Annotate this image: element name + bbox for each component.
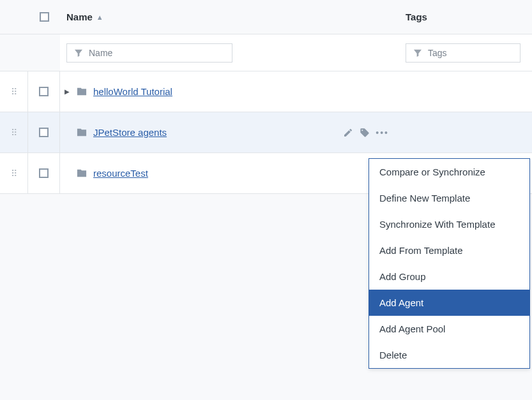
menu-item-define-template[interactable]: Define New Template [369, 185, 529, 211]
drag-handle-icon[interactable] [11, 168, 17, 179]
menu-item-add-agent[interactable]: Add Agent [369, 290, 529, 316]
drag-handle-icon[interactable] [11, 127, 17, 138]
sort-asc-icon: ▲ [96, 13, 103, 21]
menu-item-add-group[interactable]: Add Group [369, 263, 529, 290]
tags-filter-placeholder: Tags [428, 48, 447, 58]
filter-row: Name Tags [0, 34, 532, 71]
folder-icon [75, 86, 88, 97]
row-checkbox[interactable] [39, 168, 49, 178]
select-all-checkbox[interactable] [40, 12, 49, 22]
folder-icon [75, 168, 88, 179]
name-column-label: Name [66, 11, 93, 22]
menu-item-sync-template[interactable]: Synchronize With Template [369, 211, 529, 237]
drag-handle-icon[interactable] [11, 86, 17, 98]
table-row: JPetStore agents ••• [0, 112, 532, 153]
menu-item-add-from-template[interactable]: Add From Template [369, 237, 529, 263]
tags-column-header[interactable]: Tags [406, 11, 532, 22]
menu-item-delete[interactable]: Delete [369, 342, 529, 368]
resource-link[interactable]: JPetStore agents [93, 127, 167, 138]
name-filter-input[interactable]: Name [66, 43, 232, 63]
menu-item-compare[interactable]: Compare or Synchronize [369, 159, 529, 185]
resource-link[interactable]: resourceTest [93, 168, 148, 179]
row-checkbox[interactable] [39, 128, 49, 137]
tag-icon[interactable] [359, 127, 370, 138]
col-check-header [28, 12, 60, 22]
expand-icon[interactable]: ▶ [64, 88, 70, 95]
filter-icon [73, 48, 84, 58]
table-row: ▶ helloWorld Tutorial [0, 71, 532, 112]
folder-icon [75, 127, 88, 138]
name-column-header[interactable]: Name ▲ [66, 11, 328, 22]
menu-item-add-agent-pool[interactable]: Add Agent Pool [369, 316, 529, 342]
tags-column-label: Tags [406, 11, 427, 22]
edit-icon[interactable] [342, 127, 354, 138]
row-checkbox[interactable] [39, 87, 49, 96]
name-filter-placeholder: Name [89, 48, 112, 58]
resource-link[interactable]: helloWorld Tutorial [93, 86, 172, 97]
table-header: Name ▲ Tags [0, 0, 532, 34]
tags-filter-input[interactable]: Tags [406, 43, 521, 63]
more-actions-icon[interactable]: ••• [376, 128, 389, 138]
filter-icon [413, 48, 423, 58]
context-menu: Compare or Synchronize Define New Templa… [369, 158, 530, 369]
